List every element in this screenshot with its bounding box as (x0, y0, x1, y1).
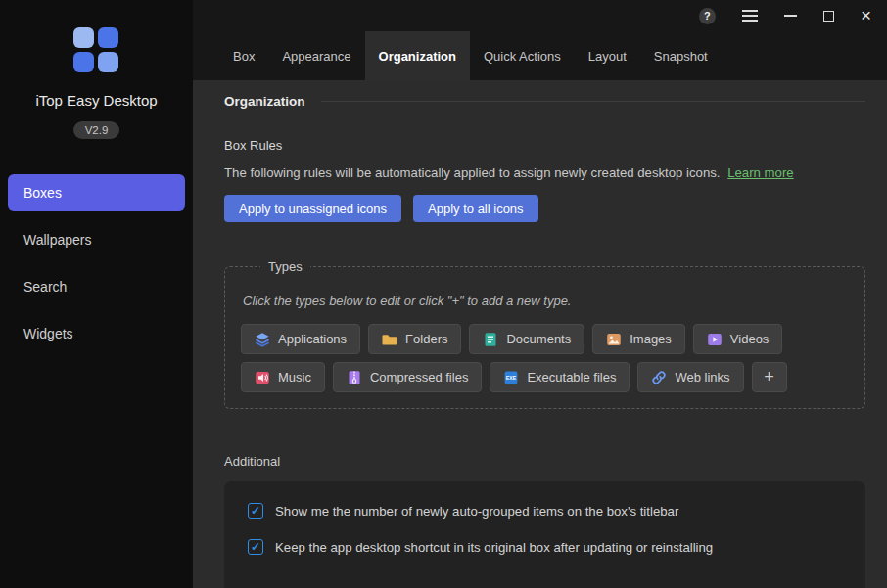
type-chip-applications[interactable]: Applications (241, 324, 360, 354)
tab-bar: Box Appearance Organization Quick Action… (193, 31, 887, 80)
video-icon (707, 332, 723, 347)
app-name: iTop Easy Desktop (35, 92, 157, 109)
tab-box[interactable]: Box (219, 31, 268, 80)
exe-icon: EXE (503, 370, 519, 385)
tab-appearance[interactable]: Appearance (268, 31, 364, 80)
add-type-button[interactable]: + (752, 362, 787, 392)
additional-title: Additional (224, 454, 865, 469)
close-icon[interactable]: × (861, 7, 871, 24)
box-rules-description-text: The following rules will be automaticall… (224, 165, 721, 180)
sidebar-nav: Boxes Wallpapers Search Widgets (0, 174, 193, 352)
tab-snapshot[interactable]: Snapshot (640, 31, 722, 80)
option-row-keep-shortcut: Keep the app desktop shortcut in its ori… (248, 539, 842, 555)
type-chip-weblinks[interactable]: Web links (637, 362, 743, 392)
help-icon[interactable]: ? (699, 8, 716, 24)
type-chip-executable[interactable]: EXE Executable files (490, 362, 630, 392)
box-rules-actions: Apply to unassigned icons Apply to all i… (224, 195, 865, 222)
type-chip-documents[interactable]: Documents (469, 324, 584, 354)
titlebar: ? × (193, 0, 887, 31)
image-icon (606, 332, 622, 347)
checkbox-label: Show me the number of newly auto-grouped… (275, 504, 678, 519)
sidebar-item-widgets[interactable]: Widgets (8, 315, 185, 352)
sidebar-item-boxes[interactable]: Boxes (8, 174, 185, 211)
sidebar-item-search[interactable]: Search (8, 268, 185, 305)
section-heading: Organization (224, 94, 865, 109)
types-hint: Click the types below to edit or click "… (243, 294, 849, 308)
menu-icon[interactable] (742, 7, 758, 24)
box-rules-description: The following rules will be automaticall… (224, 165, 865, 180)
content-area: Organization Box Rules The following rul… (193, 80, 887, 588)
minimize-icon[interactable] (784, 7, 797, 24)
type-chips: Applications Folders Documents (241, 324, 849, 392)
zip-icon (347, 370, 362, 385)
version-badge: V2.9 (73, 121, 120, 139)
box-rules-title: Box Rules (224, 138, 865, 153)
checkbox-keep-shortcut[interactable] (248, 539, 263, 555)
type-chip-images[interactable]: Images (592, 324, 685, 354)
additional-card: Show me the number of newly auto-grouped… (224, 481, 865, 588)
sidebar: iTop Easy Desktop V2.9 Boxes Wallpapers … (0, 0, 193, 588)
tab-organization[interactable]: Organization (365, 31, 470, 80)
applications-icon (255, 332, 270, 347)
learn-more-link[interactable]: Learn more (727, 165, 793, 180)
link-icon (651, 370, 667, 385)
checkbox-titlebar-count[interactable] (248, 503, 263, 519)
page-title: Organization (224, 94, 305, 109)
maximize-icon[interactable] (823, 7, 834, 24)
types-legend: Types (260, 259, 310, 274)
type-chip-music[interactable]: Music (241, 362, 325, 392)
svg-text:EXE: EXE (506, 375, 517, 381)
option-row-titlebar-count: Show me the number of newly auto-grouped… (248, 503, 842, 519)
apply-unassigned-button[interactable]: Apply to unassigned icons (224, 195, 401, 222)
apply-all-button[interactable]: Apply to all icons (413, 195, 538, 222)
folder-icon (382, 332, 397, 347)
app-logo-icon (73, 27, 120, 74)
main-pane: ? × Box Appearance Organization Quick Ac… (193, 0, 887, 588)
heading-divider (321, 101, 865, 102)
music-icon (255, 370, 270, 385)
types-fieldset: Types Click the types below to edit or c… (224, 259, 865, 409)
type-chip-folders[interactable]: Folders (368, 324, 461, 354)
tab-quick-actions[interactable]: Quick Actions (470, 31, 575, 80)
type-chip-videos[interactable]: Videos (693, 324, 783, 354)
type-chip-compressed[interactable]: Compressed files (333, 362, 482, 392)
sidebar-item-wallpapers[interactable]: Wallpapers (8, 221, 185, 258)
checkbox-label: Keep the app desktop shortcut in its ori… (275, 540, 713, 555)
tab-layout[interactable]: Layout (575, 31, 640, 80)
document-icon (483, 332, 498, 347)
